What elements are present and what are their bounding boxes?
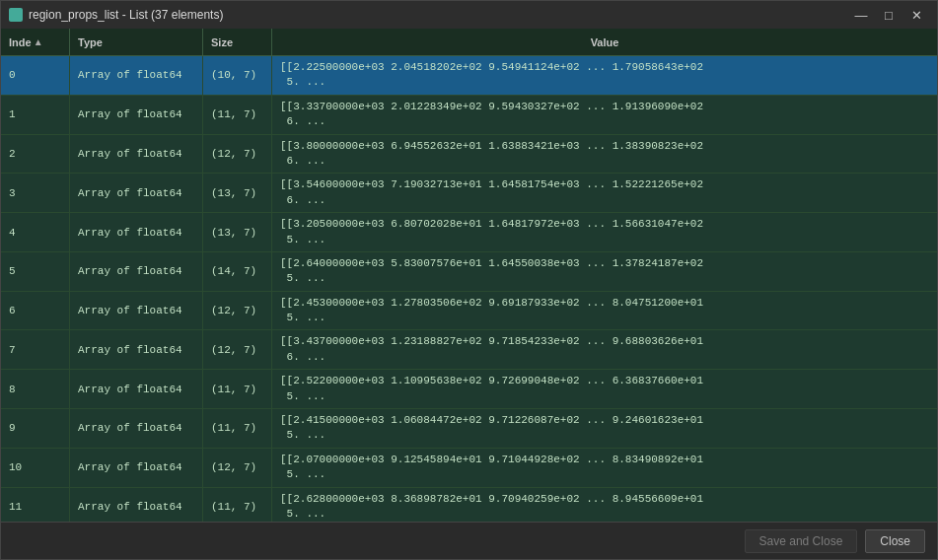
cell-index: 7 — [1, 330, 70, 369]
value-line: [[3.54600000e+03 7.19032713e+01 1.645817… — [280, 177, 703, 192]
value-line: [[3.20500000e+03 6.80702028e+01 1.648179… — [280, 217, 703, 232]
value-line: 5. ... — [280, 75, 325, 90]
value-line: [[2.62800000e+03 8.36898782e+01 9.709402… — [280, 492, 703, 507]
cell-size: (12, 7) — [203, 135, 272, 174]
value-line: 5. ... — [280, 389, 325, 404]
cell-value: [[2.64000000e+03 5.83007576e+01 1.645500… — [272, 252, 937, 291]
value-line: 5. ... — [280, 233, 325, 247]
cell-value: [[2.45300000e+03 1.27803506e+02 9.691879… — [272, 292, 937, 330]
cell-value: [[3.54600000e+03 7.19032713e+01 1.645817… — [272, 174, 937, 212]
title-bar: region_props_list - List (37 elements) —… — [1, 1, 937, 29]
cell-index: 8 — [1, 370, 70, 408]
value-line: 6. ... — [280, 350, 325, 365]
table-row[interactable]: 5Array of float64(14, 7)[[2.64000000e+03… — [1, 252, 937, 292]
table-row[interactable]: 9Array of float64(11, 7)[[2.41500000e+03… — [1, 409, 937, 449]
cell-type: Array of float64 — [70, 370, 203, 408]
table-header: Inde ▲ Type Size Value — [1, 29, 937, 56]
cell-size: (13, 7) — [203, 213, 272, 251]
cell-index: 6 — [1, 292, 70, 330]
cell-value: [[2.07000000e+03 9.12545894e+01 9.710449… — [272, 449, 937, 487]
minimize-button[interactable]: — — [848, 5, 874, 25]
table-row[interactable]: 10Array of float64(12, 7)[[2.07000000e+0… — [1, 449, 937, 488]
cell-type: Array of float64 — [70, 449, 203, 487]
column-header-type: Type — [70, 29, 203, 55]
value-line: [[3.80000000e+03 6.94552632e+01 1.638834… — [280, 139, 703, 154]
value-line: [[2.64000000e+03 5.83007576e+01 1.645500… — [280, 256, 703, 271]
main-window: region_props_list - List (37 elements) —… — [0, 0, 938, 560]
value-line: [[2.22500000e+03 2.04518202e+02 9.549411… — [280, 60, 703, 75]
footer: Save and Close Close — [1, 522, 937, 559]
cell-index: 11 — [1, 488, 70, 522]
cell-type: Array of float64 — [70, 409, 203, 448]
cell-index: 0 — [1, 56, 70, 95]
value-line: 5. ... — [280, 467, 325, 482]
value-line: [[2.07000000e+03 9.12545894e+01 9.710449… — [280, 453, 703, 467]
table-container: Inde ▲ Type Size Value 0Array of float64… — [1, 29, 937, 522]
maximize-button[interactable]: □ — [876, 5, 902, 25]
cell-size: (13, 7) — [203, 174, 272, 212]
table-row[interactable]: 7Array of float64(12, 7)[[3.43700000e+03… — [1, 330, 937, 370]
title-bar-left: region_props_list - List (37 elements) — [9, 8, 223, 22]
value-line: 5. ... — [280, 507, 325, 522]
cell-value: [[2.22500000e+03 2.04518202e+02 9.549411… — [272, 56, 937, 95]
window-icon — [9, 8, 23, 22]
cell-index: 10 — [1, 449, 70, 487]
cell-index: 5 — [1, 252, 70, 291]
value-line: 5. ... — [280, 311, 325, 325]
window-title: region_props_list - List (37 elements) — [29, 8, 223, 22]
cell-value: [[2.62800000e+03 8.36898782e+01 9.709402… — [272, 488, 937, 522]
window-close-button[interactable]: ✕ — [903, 5, 929, 25]
save-close-button[interactable]: Save and Close — [745, 529, 858, 553]
value-line: [[3.43700000e+03 1.23188827e+02 9.718542… — [280, 334, 703, 349]
cell-value: [[2.41500000e+03 1.06084472e+02 9.712260… — [272, 409, 937, 448]
cell-index: 9 — [1, 409, 70, 448]
cell-type: Array of float64 — [70, 135, 203, 174]
value-line: [[2.52200000e+03 1.10995638e+02 9.726990… — [280, 374, 703, 388]
cell-type: Array of float64 — [70, 330, 203, 369]
cell-value: [[3.43700000e+03 1.23188827e+02 9.718542… — [272, 330, 937, 369]
cell-size: (12, 7) — [203, 330, 272, 369]
column-header-index: Inde ▲ — [1, 29, 70, 55]
cell-size: (11, 7) — [203, 409, 272, 448]
column-header-size: Size — [203, 29, 272, 55]
value-line: 6. ... — [280, 193, 325, 208]
cell-size: (11, 7) — [203, 96, 272, 134]
table-row[interactable]: 2Array of float64(12, 7)[[3.80000000e+03… — [1, 135, 937, 175]
cell-type: Array of float64 — [70, 213, 203, 251]
cell-size: (12, 7) — [203, 449, 272, 487]
table-row[interactable]: 11Array of float64(11, 7)[[2.62800000e+0… — [1, 488, 937, 522]
cell-size: (10, 7) — [203, 56, 272, 95]
table-row[interactable]: 4Array of float64(13, 7)[[3.20500000e+03… — [1, 213, 937, 252]
cell-value: [[2.52200000e+03 1.10995638e+02 9.726990… — [272, 370, 937, 408]
cell-size: (11, 7) — [203, 488, 272, 522]
cell-index: 3 — [1, 174, 70, 212]
title-controls: — □ ✕ — [848, 5, 929, 25]
cell-type: Array of float64 — [70, 174, 203, 212]
column-header-value: Value — [272, 29, 937, 55]
cell-value: [[3.80000000e+03 6.94552632e+01 1.638834… — [272, 135, 937, 174]
cell-index: 1 — [1, 96, 70, 134]
value-line: 5. ... — [280, 428, 325, 443]
sort-indicator: ▲ — [34, 36, 43, 47]
value-line: [[2.41500000e+03 1.06084472e+02 9.712260… — [280, 413, 703, 428]
table-body[interactable]: 0Array of float64(10, 7)[[2.22500000e+03… — [1, 56, 937, 522]
cell-type: Array of float64 — [70, 292, 203, 330]
cell-size: (12, 7) — [203, 292, 272, 330]
value-line: 6. ... — [280, 114, 325, 129]
table-row[interactable]: 8Array of float64(11, 7)[[2.52200000e+03… — [1, 370, 937, 409]
value-line: 6. ... — [280, 154, 325, 169]
table-row[interactable]: 0Array of float64(10, 7)[[2.22500000e+03… — [1, 56, 937, 96]
cell-type: Array of float64 — [70, 488, 203, 522]
close-button[interactable]: Close — [865, 529, 925, 553]
cell-size: (11, 7) — [203, 370, 272, 408]
cell-type: Array of float64 — [70, 96, 203, 134]
cell-value: [[3.33700000e+03 2.01228349e+02 9.594303… — [272, 96, 937, 134]
table-row[interactable]: 3Array of float64(13, 7)[[3.54600000e+03… — [1, 174, 937, 213]
value-line: [[2.45300000e+03 1.27803506e+02 9.691879… — [280, 296, 703, 311]
cell-size: (14, 7) — [203, 252, 272, 291]
table-row[interactable]: 6Array of float64(12, 7)[[2.45300000e+03… — [1, 292, 937, 331]
cell-type: Array of float64 — [70, 252, 203, 291]
cell-index: 4 — [1, 213, 70, 251]
table-row[interactable]: 1Array of float64(11, 7)[[3.33700000e+03… — [1, 96, 937, 135]
cell-index: 2 — [1, 135, 70, 174]
